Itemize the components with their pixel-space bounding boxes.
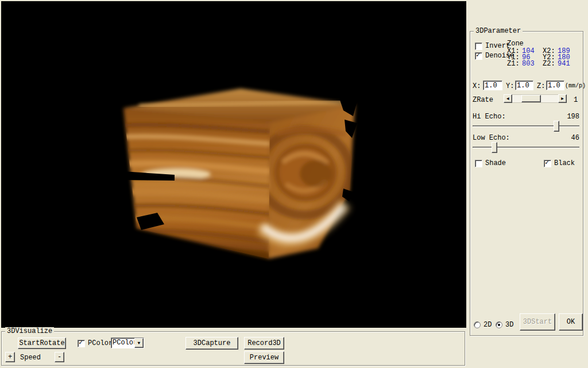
scale-x-input[interactable] <box>483 80 502 90</box>
mode-3d-radio[interactable]: 3D <box>496 321 513 329</box>
pcolor-select[interactable]: PColor ▼ <box>111 338 144 348</box>
zone-z2-label: Z2: <box>543 60 558 68</box>
mode-3d-label: 3D <box>505 321 513 329</box>
invert-checkbox-box[interactable] <box>475 43 482 50</box>
black-label: Black <box>554 159 575 167</box>
hi-echo-slider-thumb[interactable] <box>554 121 559 132</box>
pcolor-label: PColor <box>88 339 113 347</box>
shade-label: Shade <box>485 159 506 167</box>
shade-checkbox-box[interactable] <box>475 160 482 167</box>
low-echo-value: 46 <box>556 134 579 142</box>
zrate-scrollbar[interactable]: ◄ ► <box>504 94 567 103</box>
ok-button[interactable]: OK <box>559 313 583 331</box>
black-checkbox-box[interactable]: ✓ <box>544 160 551 167</box>
zrate-value: 1 <box>574 96 578 104</box>
zrate-scroll-thumb[interactable] <box>521 95 541 102</box>
denoise-checkbox-box[interactable]: ✓ <box>475 52 482 60</box>
check-icon: ✓ <box>545 159 549 167</box>
check-icon: ✓ <box>476 51 480 59</box>
preview-button[interactable]: Preview <box>244 351 284 364</box>
check-icon: ✓ <box>79 339 83 347</box>
3dstart-button[interactable]: 3DStart <box>520 313 555 331</box>
mode-2d-label: 2D <box>483 321 492 329</box>
scale-y-label: Y: <box>506 82 514 90</box>
pcolor-checkbox[interactable]: ✓ PColor <box>78 339 113 347</box>
zone-label: Zone <box>507 40 524 48</box>
pcolor-select-value: PColor <box>111 338 134 348</box>
invert-checkbox[interactable]: Invert <box>475 42 510 50</box>
invert-label: Invert <box>485 42 510 50</box>
pcolor-checkbox-box[interactable]: ✓ <box>78 340 85 347</box>
zone-z1-value: 803 <box>522 60 543 68</box>
visualize-groupbox: 3DVisualize StartRotate ✓ PColor PColor … <box>1 331 465 366</box>
volume-render <box>1 1 466 328</box>
low-echo-slider[interactable] <box>473 142 579 154</box>
zone-row-z: Z1:803Z2:941 <box>507 60 570 68</box>
shade-checkbox[interactable]: Shade <box>475 159 506 167</box>
scale-x-label: X: <box>473 82 481 90</box>
zone-z1-label: Z1: <box>507 60 522 68</box>
mode-2d-radio-circle[interactable] <box>474 321 481 328</box>
hi-echo-slider[interactable] <box>473 121 579 132</box>
low-echo-label: Low Echo: <box>473 134 510 142</box>
start-rotate-button[interactable]: StartRotate <box>18 338 66 349</box>
parameter-group-title: 3DParameter <box>474 27 523 35</box>
record3d-button[interactable]: Record3D <box>244 337 284 350</box>
speed-plus-button[interactable]: + <box>5 352 15 362</box>
hi-echo-value: 198 <box>556 113 579 121</box>
scale-z-label: Z: <box>537 82 545 90</box>
parameter-groupbox: 3DParameter Invert ✓ Denoise Zone X1:104… <box>470 31 583 336</box>
mode-3d-radio-circle[interactable] <box>496 321 502 328</box>
scale-z-input[interactable] <box>546 80 564 90</box>
zrate-scroll-track[interactable] <box>512 94 558 103</box>
chevron-down-icon[interactable]: ▼ <box>134 338 144 348</box>
scale-y-input[interactable] <box>515 80 533 90</box>
render-viewport[interactable] <box>1 1 466 328</box>
mode-2d-radio[interactable]: 2D <box>474 321 492 329</box>
speed-label: Speed <box>20 354 41 362</box>
zone-z2-value: 941 <box>558 60 570 68</box>
zrate-scroll-right-arrow[interactable]: ► <box>558 94 567 103</box>
hi-echo-label: Hi Echo: <box>473 113 506 121</box>
speed-minus-button[interactable]: - <box>55 352 64 362</box>
zrate-label: ZRate <box>473 96 493 104</box>
app-window: { "colors": {"bg": "#ece9d8", "value_blu… <box>0 0 588 368</box>
zrate-scroll-left-arrow[interactable]: ◄ <box>504 94 512 103</box>
low-echo-slider-thumb[interactable] <box>492 142 497 153</box>
low-echo-slider-track[interactable] <box>473 147 579 148</box>
visualize-group-title: 3DVisualize <box>5 327 54 335</box>
hi-echo-slider-track[interactable] <box>473 125 579 127</box>
3dcapture-button[interactable]: 3DCapture <box>185 337 238 350</box>
black-checkbox[interactable]: ✓ Black <box>544 159 575 167</box>
scale-unit-label: (mm/p) <box>565 83 586 89</box>
